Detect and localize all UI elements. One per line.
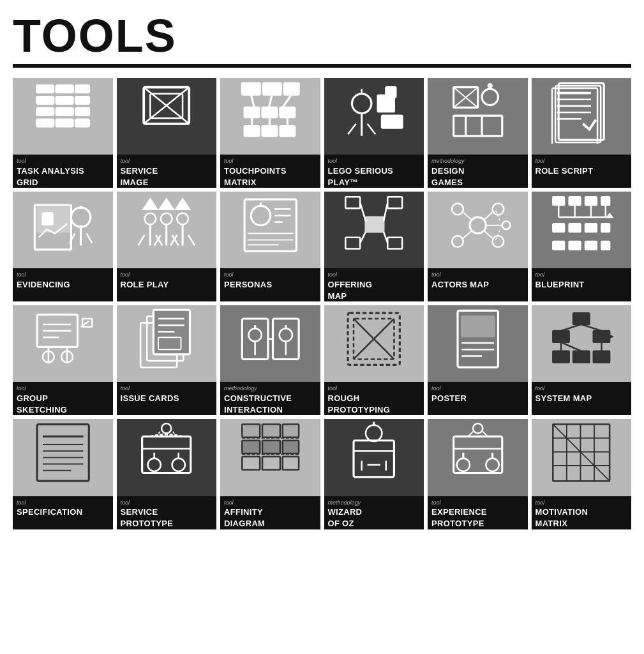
svg-rect-127 (569, 241, 581, 250)
tool-label-task-analysis-grid: tool TASK ANALYSISGRID (13, 155, 113, 188)
svg-rect-197 (242, 441, 260, 453)
svg-line-63 (86, 233, 92, 243)
svg-rect-18 (284, 83, 299, 95)
svg-rect-200 (242, 457, 260, 469)
page-title: TOOLS (13, 13, 631, 59)
tool-label-motivation-matrix: tool MOTIVATIONMATRIX (532, 496, 632, 529)
tool-card-role-script[interactable]: tool ROLE SCRIPT (532, 78, 632, 188)
tool-card-specification[interactable]: tool SPECIFICATION (13, 419, 113, 529)
tool-label-service-image: tool SERVICEIMAGE (117, 155, 217, 188)
tool-type-experience-prototype: tool (431, 499, 524, 506)
svg-line-95 (360, 232, 366, 243)
tool-card-affinity-diagram[interactable]: tool AFFINITYDIAGRAM (220, 419, 320, 529)
tool-type-specification: tool (17, 499, 109, 506)
svg-rect-11 (76, 119, 89, 126)
tool-card-blueprint[interactable]: tool BLUEPRINT (532, 192, 632, 301)
tool-icon-group-sketching (13, 305, 113, 382)
svg-rect-201 (262, 457, 280, 469)
tool-card-poster[interactable]: tool POSTER (428, 305, 528, 415)
svg-line-73 (138, 235, 144, 245)
tool-type-design-games: methodology (431, 158, 524, 165)
svg-rect-168 (553, 351, 569, 363)
svg-rect-91 (345, 238, 360, 249)
tool-type-blueprint: tool (535, 271, 628, 278)
tool-name-service-prototype: SERVICEPROTOTYPE (121, 507, 174, 528)
tool-icon-affinity-diagram (220, 419, 320, 496)
tool-icon-role-script (532, 78, 632, 155)
tool-type-role-play: tool (121, 271, 213, 278)
tool-card-rough-prototyping[interactable]: tool ROUGHPROTOTYPING (324, 305, 424, 415)
svg-rect-10 (56, 119, 72, 126)
svg-rect-3 (37, 97, 53, 103)
tool-card-touchpoints-matrix[interactable]: tool TOUCHPOINTSMATRIX (220, 78, 320, 188)
tool-card-issue-cards[interactable]: tool ISSUE CARDS (117, 305, 217, 415)
tool-card-task-analysis-grid[interactable]: tool TASK ANALYSISGRID (13, 78, 113, 188)
svg-rect-112 (585, 197, 597, 205)
svg-rect-126 (553, 241, 564, 250)
tool-name-system-map: SYSTEM MAP (535, 393, 592, 403)
tool-card-personas[interactable]: tool PERSONAS (220, 192, 320, 301)
tool-card-experience-prototype[interactable]: tool EXPERIENCEPROTOTYPE (428, 419, 528, 529)
svg-rect-37 (382, 116, 402, 128)
svg-line-78 (188, 235, 195, 245)
tool-icon-rough-prototyping (324, 305, 424, 382)
tool-label-offering-map: tool OFFERINGMAP (324, 268, 424, 301)
svg-point-80 (251, 206, 270, 225)
svg-rect-212 (453, 436, 502, 473)
svg-point-214 (456, 459, 469, 471)
svg-rect-195 (262, 424, 280, 437)
svg-rect-30 (280, 126, 294, 135)
svg-rect-111 (569, 197, 581, 205)
tool-card-evidencing[interactable]: tool EVIDENCING (13, 192, 113, 301)
tool-label-system-map: tool SYSTEM MAP (532, 382, 632, 415)
tool-card-group-sketching[interactable]: tool GROUPSKETCHING (13, 305, 113, 415)
tool-label-specification: tool SPECIFICATION (13, 496, 113, 529)
tool-label-blueprint: tool BLUEPRINT (532, 268, 632, 301)
tool-label-rough-prototyping: tool ROUGHPROTOTYPING (324, 382, 424, 415)
tool-name-affinity-diagram: AFFINITYDIAGRAM (224, 507, 265, 528)
tool-name-blueprint: BLUEPRINT (535, 280, 585, 289)
svg-point-191 (161, 423, 171, 433)
tool-name-constructive-interaction: CONSTRUCTIVEINTERACTION (224, 393, 292, 414)
tool-icon-constructive-interaction (220, 305, 320, 382)
tool-card-offering-map[interactable]: tool OFFERINGMAP (324, 192, 424, 301)
svg-line-20 (269, 95, 272, 107)
tool-icon-touchpoints-matrix (220, 78, 320, 155)
svg-rect-29 (262, 126, 277, 135)
tool-card-lego-serious-play[interactable]: tool LEGO SERIOUSPLAY™ (324, 78, 424, 188)
tool-card-wizard-of-oz[interactable]: methodology WIZARDOF OZ (324, 419, 424, 529)
tool-name-service-image: SERVICEIMAGE (121, 166, 158, 187)
svg-rect-2 (76, 86, 89, 92)
tool-name-experience-prototype: EXPERIENCEPROTOTYPE (431, 507, 487, 528)
tool-card-design-games[interactable]: methodology DESIGNGAMES (428, 78, 528, 188)
tool-type-system-map: tool (535, 385, 628, 392)
svg-point-188 (172, 459, 185, 471)
svg-rect-4 (56, 97, 72, 103)
tool-type-wizard-of-oz: methodology (328, 499, 421, 506)
tool-type-group-sketching: tool (17, 385, 109, 392)
tool-card-motivation-matrix[interactable]: tool MOTIVATIONMATRIX (532, 419, 632, 529)
tool-icon-role-play (117, 192, 217, 268)
svg-rect-89 (345, 197, 360, 208)
tool-card-service-prototype[interactable]: tool SERVICEPROTOTYPE (117, 419, 217, 529)
tool-card-service-image[interactable]: tool SERVICEIMAGE (117, 78, 217, 188)
svg-rect-196 (282, 424, 298, 437)
svg-line-171 (561, 324, 581, 331)
tool-card-system-map[interactable]: tool SYSTEM MAP (532, 305, 632, 415)
svg-rect-0 (37, 86, 53, 92)
tool-icon-poster (428, 305, 528, 382)
svg-line-108 (495, 211, 500, 222)
tool-label-design-games: methodology DESIGNGAMES (428, 155, 528, 188)
svg-point-149 (248, 328, 261, 341)
tool-card-constructive-interaction[interactable]: methodology CONSTRUCTIVEINTERACTION (220, 305, 320, 415)
tool-name-actors-map: ACTORS MAP (431, 280, 489, 289)
svg-rect-7 (56, 108, 72, 114)
tool-card-role-play[interactable]: tool ROLE PLAY (117, 192, 217, 301)
tool-label-group-sketching: tool GROUPSKETCHING (13, 382, 113, 415)
tool-icon-evidencing (13, 192, 113, 268)
tool-card-actors-map[interactable]: tool ACTORS MAP (428, 192, 528, 301)
svg-point-100 (452, 236, 463, 247)
tool-label-issue-cards: tool ISSUE CARDS (117, 382, 217, 415)
tool-name-role-script: ROLE SCRIPT (535, 166, 594, 176)
svg-rect-22 (244, 107, 259, 117)
